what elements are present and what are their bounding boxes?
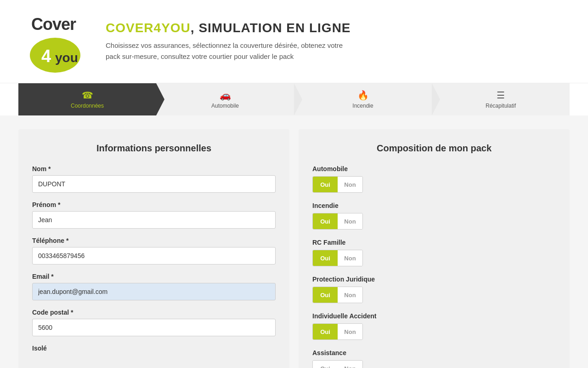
pack-incendie-oui[interactable]: Oui (313, 213, 338, 229)
stepper: ☎ Coordonnées 🚗 Automobile 🔥 Incendie ☰ … (18, 83, 570, 115)
pack-item-assistance: Assistance Oui Non (312, 349, 556, 368)
telephone-group: Téléphone * (32, 237, 276, 264)
email-input[interactable] (32, 283, 276, 300)
prenom-group: Prénom * (32, 201, 276, 229)
header-description: Choisissez vos assurances, sélectionnez … (106, 40, 358, 62)
page-title: COVER4YOU, SIMULATION EN LIGNE (106, 21, 358, 35)
pack-item-rc-famille: RC Famille Oui Non (312, 239, 556, 266)
prenom-label: Prénom * (32, 201, 276, 208)
svg-text:you: you (55, 51, 78, 65)
svg-text:4: 4 (41, 46, 51, 66)
header-text: COVER4YOU, SIMULATION EN LIGNE Choisisse… (106, 21, 358, 62)
prenom-input[interactable] (32, 211, 276, 229)
step-automobile-label: Automobile (211, 103, 239, 109)
pack-panel: Composition de mon pack Automobile Oui N… (299, 129, 570, 368)
pack-individuelle-accident-oui[interactable]: Oui (313, 324, 338, 339)
telephone-input[interactable] (32, 247, 276, 264)
pack-item-incendie: Incendie Oui Non (312, 202, 556, 230)
pack-rc-famille-toggle: Oui Non (312, 250, 363, 266)
pack-incendie-toggle: Oui Non (312, 213, 363, 230)
nom-label: Nom * (32, 165, 276, 172)
pack-individuelle-accident-label: Individuelle Accident (312, 312, 556, 320)
pack-assistance-label: Assistance (312, 349, 556, 356)
pack-automobile-toggle: Oui Non (312, 176, 363, 193)
main-content: Informations personnelles Nom * Prénom *… (0, 115, 588, 368)
pack-item-individuelle-accident: Individuelle Accident Oui Non (312, 312, 556, 340)
fire-icon: 🔥 (357, 90, 369, 101)
page-header: Cover 4 you COVER4YOU, SIMULATION EN LIG… (0, 0, 588, 83)
email-label: Email * (32, 273, 276, 280)
step-coordonnees-label: Coordonnées (71, 103, 104, 109)
brand-name: COVER4YOU (106, 21, 191, 35)
email-group: Email * (32, 273, 276, 300)
pack-incendie-non[interactable]: Non (338, 213, 362, 229)
codepostal-label: Code postal * (32, 309, 276, 316)
pack-rc-famille-non[interactable]: Non (338, 250, 362, 266)
step-recapitulatif[interactable]: ☰ Récapitulatif (432, 83, 570, 115)
telephone-label: Téléphone * (32, 237, 276, 244)
pack-automobile-oui[interactable]: Oui (313, 177, 338, 192)
pack-automobile-non[interactable]: Non (338, 177, 362, 192)
pack-item-protection-juridique: Protection Juridique Oui Non (312, 276, 556, 303)
step-incendie-label: Incendie (352, 103, 373, 109)
personal-info-panel: Informations personnelles Nom * Prénom *… (18, 129, 289, 368)
pack-protection-juridique-toggle: Oui Non (312, 287, 363, 303)
pack-title: Composition de mon pack (312, 143, 556, 154)
pack-rc-famille-oui[interactable]: Oui (313, 250, 338, 266)
car-icon: 🚗 (220, 90, 231, 101)
phone-icon: ☎ (82, 90, 93, 101)
pack-rc-famille-label: RC Famille (312, 239, 556, 246)
codepostal-input[interactable] (32, 319, 276, 336)
step-coordonnees[interactable]: ☎ Coordonnées (18, 83, 156, 115)
pack-incendie-label: Incendie (312, 202, 556, 209)
nom-group: Nom * (32, 165, 276, 193)
pack-assistance-toggle: Oui Non (312, 360, 363, 368)
pack-item-automobile: Automobile Oui Non (312, 165, 556, 193)
pack-automobile-label: Automobile (312, 165, 556, 172)
personal-info-title: Informations personnelles (32, 143, 276, 154)
logo: Cover 4 you (18, 9, 92, 74)
pack-protection-juridique-label: Protection Juridique (312, 276, 556, 283)
step-automobile[interactable]: 🚗 Automobile (156, 83, 294, 115)
svg-text:Cover: Cover (31, 15, 76, 34)
nom-input[interactable] (32, 175, 276, 193)
isole-group: Isolé (32, 345, 276, 352)
pack-assistance-non[interactable]: Non (338, 361, 362, 368)
pack-protection-juridique-non[interactable]: Non (338, 287, 362, 303)
menu-icon: ☰ (497, 90, 505, 101)
pack-individuelle-accident-non[interactable]: Non (338, 324, 362, 339)
pack-assistance-oui[interactable]: Oui (313, 361, 338, 368)
step-recapitulatif-label: Récapitulatif (486, 103, 516, 109)
codepostal-group: Code postal * (32, 309, 276, 336)
step-incendie[interactable]: 🔥 Incendie (294, 83, 432, 115)
isole-label: Isolé (32, 345, 276, 352)
pack-protection-juridique-oui[interactable]: Oui (313, 287, 338, 303)
pack-individuelle-accident-toggle: Oui Non (312, 323, 363, 340)
